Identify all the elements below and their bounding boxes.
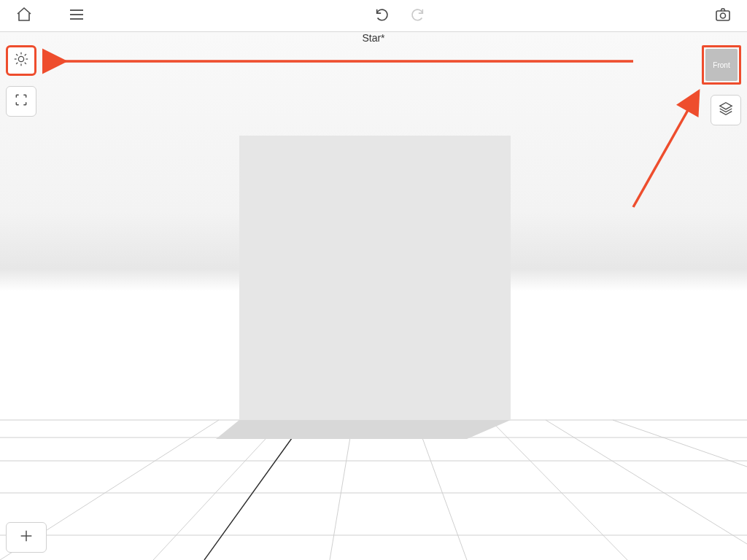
redo-button[interactable]	[406, 5, 428, 27]
cube-shadow	[216, 420, 511, 439]
svg-line-6	[153, 420, 283, 560]
document-title: Star*	[362, 32, 384, 44]
svg-line-24	[25, 63, 26, 64]
svg-point-17	[721, 13, 726, 18]
svg-line-26	[25, 54, 26, 55]
viewport-3d[interactable]	[0, 0, 747, 560]
viewcube-callout: Front	[702, 45, 741, 85]
svg-line-10	[546, 420, 747, 544]
environment-light-button[interactable]	[6, 45, 36, 76]
svg-line-7	[330, 420, 353, 560]
add-button[interactable]	[6, 522, 47, 553]
svg-line-12	[204, 420, 305, 560]
sun-icon	[13, 51, 29, 70]
layers-icon	[718, 101, 734, 120]
svg-point-18	[18, 56, 23, 61]
document-title-bar: Star*	[0, 32, 747, 50]
camera-icon	[713, 6, 732, 26]
viewcube-face-label: Front	[713, 61, 729, 69]
menu-button[interactable]	[66, 5, 88, 27]
viewcube[interactable]: Front	[705, 49, 738, 81]
left-tool-column	[6, 45, 36, 117]
svg-line-23	[16, 54, 18, 55]
right-tool-column: Front	[702, 45, 741, 125]
undo-icon	[374, 7, 390, 26]
add-icon	[18, 526, 34, 549]
floor-grid	[0, 420, 747, 560]
svg-rect-16	[716, 11, 729, 20]
top-toolbar	[0, 0, 747, 32]
camera-button[interactable]	[712, 5, 734, 27]
menu-icon	[68, 6, 85, 26]
svg-marker-27	[720, 103, 732, 109]
svg-line-9	[490, 420, 627, 560]
cube-front-face[interactable]	[239, 136, 511, 420]
svg-line-8	[416, 420, 467, 560]
home-icon	[15, 6, 33, 26]
home-button[interactable]	[13, 5, 35, 27]
layers-button[interactable]	[711, 95, 741, 125]
svg-line-25	[16, 63, 18, 64]
selection-tool-button[interactable]	[6, 86, 36, 117]
redo-icon	[409, 7, 425, 26]
svg-line-11	[613, 420, 747, 467]
selection-box-icon	[14, 93, 28, 110]
undo-button[interactable]	[371, 5, 393, 27]
